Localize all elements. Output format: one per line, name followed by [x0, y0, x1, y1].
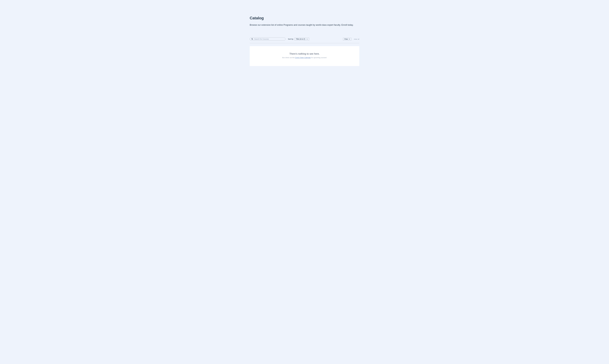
search-icon — [251, 38, 253, 40]
empty-sub-suffix: for upcoming courses! — [311, 57, 327, 59]
page-title: Catalog — [250, 16, 359, 20]
empty-heading: There’s nothing to see here. — [252, 52, 357, 55]
chevron-down-icon — [306, 38, 308, 40]
empty-sub-prefix: But check out the — [282, 57, 295, 59]
empty-state-card: There’s nothing to see here. But check o… — [250, 46, 359, 66]
controls-row: Sort by Title (A to Z) Filter clear al — [250, 38, 359, 43]
search-box — [250, 38, 286, 41]
svg-line-1 — [252, 39, 253, 40]
plus-icon — [349, 39, 350, 40]
svg-point-0 — [252, 39, 253, 39]
filter-button-label: Filter — [344, 38, 348, 40]
page-description: Browse our extensive list of online Prog… — [250, 24, 359, 26]
sort-selected-value: Title (A to Z) — [296, 38, 305, 40]
search-input[interactable] — [250, 38, 286, 41]
empty-subtext: But check out the CorpU Open Calendar fo… — [252, 57, 357, 59]
sort-label: Sort by — [288, 38, 293, 40]
sort-select[interactable]: Title (A to Z) — [294, 38, 309, 40]
sort-group: Sort by Title (A to Z) — [288, 38, 309, 40]
open-calendar-link[interactable]: CorpU Open Calendar — [295, 57, 311, 59]
clear-all-link[interactable]: clear all — [354, 38, 359, 40]
filter-button[interactable]: Filter — [343, 38, 351, 40]
